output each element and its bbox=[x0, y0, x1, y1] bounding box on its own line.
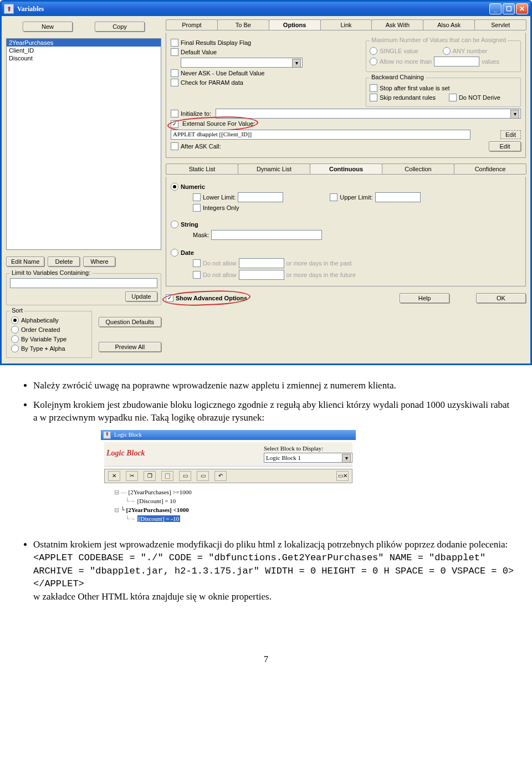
close-button[interactable]: ✕ bbox=[516, 3, 528, 14]
mask-input[interactable] bbox=[211, 230, 322, 240]
numeric-radio[interactable] bbox=[171, 183, 178, 191]
upper-limit-checkbox[interactable] bbox=[330, 193, 337, 201]
logic-icon: ⬆ bbox=[103, 431, 111, 439]
show-advanced-checkbox[interactable] bbox=[166, 294, 173, 302]
maximize-button[interactable]: ☐ bbox=[503, 3, 515, 14]
allow-no-more-input bbox=[434, 57, 479, 66]
integers-only-label: Integers Only bbox=[203, 204, 239, 211]
logic-titlebar[interactable]: ⬆Logic Block bbox=[101, 430, 356, 440]
backward-legend: Backward Chaining bbox=[370, 74, 426, 80]
single-value-radio bbox=[370, 47, 377, 55]
titlebar[interactable]: ⬆ Variables _ ☐ ✕ bbox=[2, 2, 530, 16]
tree-result-2[interactable]: [Discount] = -10 bbox=[137, 515, 180, 522]
tree-result-1[interactable]: [Discount] = 10 bbox=[137, 498, 176, 504]
edit-name-button[interactable]: Edit Name bbox=[6, 257, 44, 267]
tab-static-list[interactable]: Static List bbox=[166, 163, 238, 174]
tab-link[interactable]: Link bbox=[320, 19, 372, 30]
tab-continuous[interactable]: Continuous bbox=[310, 163, 382, 174]
initialize-to-input[interactable] bbox=[216, 109, 521, 119]
toolbar-delete-icon[interactable]: ✕ bbox=[108, 471, 120, 481]
skip-redundant-checkbox[interactable] bbox=[370, 94, 377, 101]
delete-button[interactable]: Delete bbox=[48, 257, 80, 267]
edit-afterask-button[interactable]: Edit bbox=[489, 141, 521, 151]
do-not-derive-checkbox[interactable] bbox=[449, 94, 457, 101]
past-days-input bbox=[239, 258, 284, 268]
tree-condition-1[interactable]: [2YearPurchases] >=1000 bbox=[129, 489, 192, 495]
date-radio[interactable] bbox=[171, 249, 178, 257]
edit-ext-button[interactable]: Edit bbox=[500, 130, 521, 139]
sort-alpha-radio[interactable] bbox=[11, 316, 19, 324]
variables-list[interactable]: 2YearPurchases Client_ID Discount bbox=[6, 38, 161, 250]
sort-order-label: Order Created bbox=[21, 326, 60, 333]
final-results-checkbox[interactable] bbox=[171, 39, 178, 47]
toolbar-undo-icon[interactable]: ↶ bbox=[214, 471, 227, 481]
sort-bytype-radio[interactable] bbox=[11, 345, 19, 352]
skip-redundant-label: Skip redundant rules bbox=[380, 94, 436, 101]
integers-only-checkbox[interactable] bbox=[193, 204, 201, 212]
toolbar-copy-icon[interactable]: ❐ bbox=[144, 471, 156, 481]
limit-label: Limit to Variables Containing: bbox=[10, 269, 92, 276]
tab-confidence[interactable]: Confidence bbox=[454, 163, 526, 174]
logic-title: Logic Block bbox=[114, 431, 142, 439]
preview-all-button[interactable]: Preview All bbox=[99, 342, 161, 352]
toolbar-paste-icon[interactable]: 📋 bbox=[161, 471, 173, 481]
logic-block-window: ⬆Logic Block Logic Block Select Block to… bbox=[100, 429, 357, 532]
tab-askwith[interactable]: Ask With bbox=[371, 19, 423, 30]
do-not-allow-future-checkbox bbox=[193, 271, 201, 279]
sort-order-radio[interactable] bbox=[11, 326, 19, 334]
tab-dynamic-list[interactable]: Dynamic List bbox=[238, 163, 310, 174]
default-value-label: Default Value bbox=[181, 49, 217, 55]
toolbar-addchild-icon[interactable]: ▭ bbox=[197, 471, 209, 481]
copy-button[interactable]: Copy bbox=[95, 22, 145, 32]
help-button[interactable]: Help bbox=[400, 293, 449, 303]
upper-limit-input[interactable] bbox=[375, 192, 421, 202]
string-radio[interactable] bbox=[171, 221, 178, 228]
list-item[interactable]: Discount bbox=[7, 54, 161, 62]
logic-tree[interactable]: ⊟ — [2YearPurchases] >=1000 └→ [Discount… bbox=[104, 485, 352, 525]
sort-byvar-label: By Variable Type bbox=[21, 336, 66, 342]
future-days-input bbox=[239, 270, 284, 280]
minimize-button[interactable]: _ bbox=[489, 3, 502, 14]
upper-limit-label: Upper Limit: bbox=[340, 194, 372, 201]
where-button[interactable]: Where bbox=[83, 257, 115, 267]
after-ask-checkbox[interactable] bbox=[171, 142, 178, 150]
lower-limit-input[interactable] bbox=[238, 192, 283, 202]
tab-alsoask[interactable]: Also Ask bbox=[423, 19, 475, 30]
update-button[interactable]: Update bbox=[125, 291, 157, 301]
limit-input[interactable] bbox=[10, 278, 157, 288]
tree-condition-2[interactable]: [2YearPurchases] <1000 bbox=[126, 506, 189, 513]
do-not-allow-past-checkbox bbox=[193, 259, 201, 267]
select-block-dropdown[interactable]: Logic Block 1 bbox=[264, 453, 352, 463]
list-item[interactable]: 2YearPurchases bbox=[7, 39, 161, 47]
default-value-checkbox[interactable] bbox=[171, 48, 178, 56]
any-label: ANY number bbox=[453, 48, 488, 54]
initialize-to-checkbox[interactable] bbox=[171, 110, 178, 117]
toolbar-delete2-icon[interactable]: ▭✕ bbox=[336, 471, 349, 481]
list-item[interactable]: Client_ID bbox=[7, 47, 161, 54]
sort-byvar-radio[interactable] bbox=[11, 335, 19, 343]
question-defaults-button[interactable]: Question Defaults bbox=[99, 317, 161, 327]
default-value-input[interactable] bbox=[181, 58, 303, 68]
tab-prompt[interactable]: Prompt bbox=[166, 19, 218, 30]
never-ask-checkbox[interactable] bbox=[171, 69, 178, 77]
toolbar-cut-icon[interactable]: ✂ bbox=[126, 471, 138, 481]
ok-button[interactable]: OK bbox=[476, 293, 526, 303]
any-number-radio bbox=[443, 47, 451, 55]
date-label: Date bbox=[181, 249, 194, 256]
external-source-input[interactable]: APPLET dbapplet [[Client_ID]] bbox=[171, 130, 470, 140]
tab-collection[interactable]: Collection bbox=[382, 163, 454, 174]
stop-first-checkbox[interactable] bbox=[370, 84, 377, 92]
toolbar-addnode-icon[interactable]: ▭ bbox=[179, 471, 191, 481]
max-values-group: Maximum Number of Values that can be Ass… bbox=[366, 40, 521, 72]
show-advanced-label: Show Advanced Options bbox=[176, 295, 247, 301]
tab-servlet[interactable]: Servlet bbox=[474, 19, 526, 30]
check-param-checkbox[interactable] bbox=[171, 79, 178, 86]
sort-alpha-label: Alphabetically bbox=[21, 317, 59, 324]
lower-limit-checkbox[interactable] bbox=[193, 193, 201, 201]
values-word: values bbox=[482, 58, 499, 65]
tab-tobe[interactable]: To Be bbox=[217, 19, 269, 30]
external-source-checkbox[interactable] bbox=[171, 120, 178, 128]
tab-options[interactable]: Options bbox=[269, 19, 321, 30]
allow-no-more-radio bbox=[370, 58, 377, 65]
new-button[interactable]: New bbox=[23, 22, 73, 32]
